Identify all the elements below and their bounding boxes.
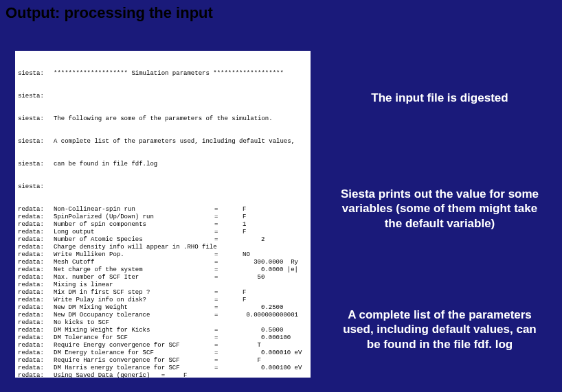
param-value: F [224,289,246,297]
blank-line: siesta: [18,93,308,100]
param-value: F [224,206,246,214]
param-key: Mesh Cutoff [54,259,214,266]
param-row: redata:SpinPolarized (Up/Down) run= F [18,214,308,221]
param-row: redata:Write Mulliken Pop.= NO [18,251,308,259]
param-value: 0.000000000001 [224,312,298,319]
equals-sign: = [214,365,224,372]
prefix-redata: redata: [18,281,54,289]
param-row: redata:New DM Mixing Weight= 0.2500 [18,304,308,312]
prefix-redata: redata: [18,349,54,357]
param-row: redata:Mixing is linear [18,281,308,289]
prefix-redata: redata: [18,304,54,312]
param-value: 1 [224,221,246,229]
param-row: redata:DM Tolerance for SCF= 0.000100 [18,334,308,342]
param-key: Number of Atomic Species [54,236,214,244]
param-key: DM Harris energy tolerance for SCF [54,365,214,372]
prefix-redata: redata: [18,251,54,259]
prefix-redata: redata: [18,342,54,349]
param-key: Require Energy convergence for SCF [54,342,214,349]
param-value: F [224,229,246,236]
equals-sign: = [214,259,224,266]
param-key: DM Energy tolerance for SCF [54,349,214,357]
prefix-redata: redata: [18,266,54,274]
param-row: redata:Net charge of the system= 0.0000 … [18,266,308,274]
param-key: Require Harris convergence for SCF [54,357,214,365]
prefix-siesta: siesta: [18,183,54,191]
param-row: redata:Write Pulay info on disk?= F [18,297,308,304]
banner-text: ******************** Simulation paramete… [54,70,284,78]
prefix-siesta: siesta: [18,161,54,168]
param-key: DM Tolerance for SCF [54,334,214,342]
prefix-redata: redata: [18,206,54,214]
param-key: DM Mixing Weight for Kicks [54,327,214,334]
intro-text: can be found in file fdf.log [54,161,157,168]
param-row: redata:Mix DM in first SCF step ?= F [18,289,308,297]
equals-sign: = [214,304,224,312]
param-row: redata:Charge density info will appear i… [18,244,308,251]
equals-sign: = [214,327,224,334]
param-value: 0.0000 |e| [224,266,298,274]
param-row: redata:Require Harris convergence for SC… [18,357,308,365]
equals-sign: = [214,349,224,357]
param-key: SpinPolarized (Up/Down) run [54,214,214,221]
param-key: Mixing is linear [54,281,214,289]
param-key: New DM Mixing Weight [54,304,214,312]
param-row: redata:Long output= F [18,229,308,236]
equals-sign: = [214,221,224,229]
param-row: redata:DM Harris energy tolerance for SC… [18,365,308,372]
param-key: Long output [54,229,214,236]
annotation-variables: Siesta prints out the value for some var… [337,187,543,231]
param-key: Mix DM in first SCF step ? [54,289,214,297]
banner-line: siesta: ******************** Simulation … [18,70,308,78]
param-row: redata:Number of spin components= 1 [18,221,308,229]
param-value: 0.000010 eV [224,349,302,357]
prefix-redata: redata: [18,312,54,319]
annotation-digested: The input file is digested [337,91,543,105]
blank-line: siesta: [18,183,308,191]
prefix-redata: redata: [18,221,54,229]
prefix-redata: redata: [18,214,54,221]
param-row: redata:Require Energy convergence for SC… [18,342,308,349]
intro-line-1: siesta: A complete list of the parameter… [18,138,308,146]
param-row: redata:Using Saved Data (generic) = F [18,372,308,378]
equals-sign: = [214,289,224,297]
param-key: Charge density info will appear in .RHO … [54,244,214,251]
param-value: F [224,297,246,304]
prefix-redata: redata: [18,327,54,334]
equals-sign: = [214,229,224,236]
equals-sign: = [214,357,224,365]
prefix-redata: redata: [18,274,54,281]
prefix-redata: redata: [18,259,54,266]
param-value: 0.2500 [224,304,283,312]
param-value: 0.5000 [224,327,283,334]
param-value: F [224,214,246,221]
intro-line-0: siesta: The following are some of the pa… [18,115,308,123]
param-value: 2 [224,236,265,244]
param-value: T [224,342,261,349]
prefix-redata: redata: [18,357,54,365]
param-value: 0.000100 [224,334,291,342]
param-row: redata:Non-Collinear-spin run= F [18,206,308,214]
intro-text: The following are some of the parameters… [54,115,273,123]
param-value: 50 [224,274,265,281]
equals-sign: = [214,312,224,319]
equals-sign: = [214,334,224,342]
prefix-siesta: siesta: [18,115,54,123]
prefix-redata: redata: [18,244,54,251]
terminal-output: siesta: ******************** Simulation … [15,51,311,378]
param-value: 0.000100 eV [224,365,302,372]
param-key: Write Mulliken Pop. [54,251,214,259]
prefix-redata: redata: [18,297,54,304]
prefix-redata: redata: [18,334,54,342]
param-row: redata:Mesh Cutoff= 300.0000 Ry [18,259,308,266]
param-key: New DM Occupancy tolerance [54,312,214,319]
param-row: redata:New DM Occupancy tolerance= 0.000… [18,312,308,319]
equals-sign: = [214,236,224,244]
equals-sign: = [214,266,224,274]
prefix-siesta: siesta: [18,138,54,146]
intro-text: A complete list of the parameters used, … [54,138,295,146]
equals-sign: = [214,206,224,214]
param-key: Number of spin components [54,221,214,229]
param-row: redata:Number of Atomic Species= 2 [18,236,308,244]
intro-line-2: siesta: can be found in file fdf.log [18,161,308,168]
